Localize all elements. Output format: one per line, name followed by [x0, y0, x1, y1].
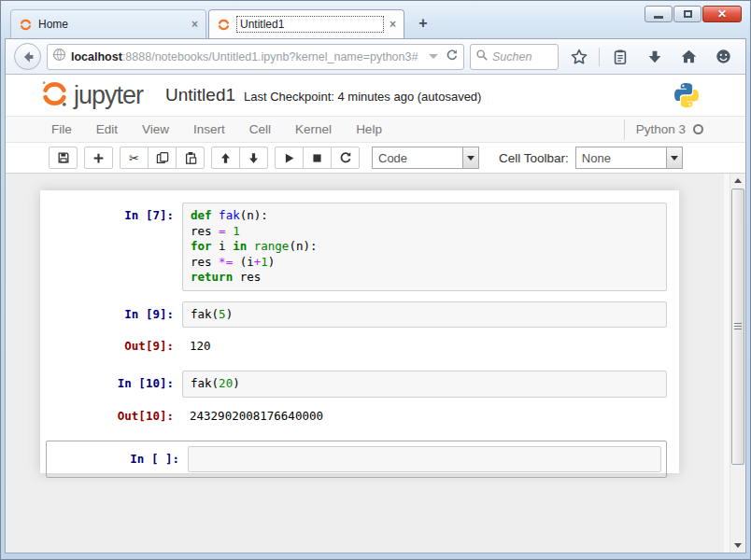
- select-dropdown-button[interactable]: [666, 147, 682, 168]
- interrupt-kernel-button[interactable]: [303, 147, 332, 169]
- output-cell: Out[9]:120: [46, 333, 667, 359]
- copy-cell-button[interactable]: [148, 147, 177, 169]
- menu-item-file[interactable]: File: [39, 117, 84, 142]
- menu-item-insert[interactable]: Insert: [181, 117, 237, 142]
- back-button[interactable]: [14, 43, 41, 70]
- run-cell-button[interactable]: [275, 147, 304, 169]
- url-host: localhost: [71, 50, 122, 63]
- download-arrow-icon: [646, 49, 663, 65]
- floppy-icon: [57, 151, 70, 164]
- plus-icon: [92, 152, 105, 164]
- browser-navbar: localhost:8888/notebooks/Untitled1.ipynb…: [6, 39, 745, 75]
- cell-type-value: Code: [373, 151, 462, 165]
- notebook-area: In [7]:def fak(n): res = 1 for i in rang…: [6, 174, 745, 553]
- input-prompt: In [ ]:: [51, 446, 188, 473]
- cell-toolbar-select[interactable]: None: [575, 147, 683, 169]
- code-input-area[interactable]: fak(5): [182, 301, 667, 329]
- close-button[interactable]: ✕: [702, 6, 742, 22]
- scrollbar-thumb[interactable]: [731, 189, 744, 465]
- tab-close-icon[interactable]: ×: [390, 19, 396, 30]
- search-icon: [475, 49, 489, 65]
- input-prompt: In [9]:: [46, 301, 182, 329]
- scrollbar-down-button[interactable]: [730, 539, 745, 553]
- move-cell-down-button[interactable]: [239, 147, 268, 169]
- menu-items: FileEditViewInsertCellKernelHelp: [39, 117, 394, 142]
- tab-bar: Home × Untitled1 × + ✕: [1, 1, 750, 38]
- hello-chat-button[interactable]: [709, 44, 738, 70]
- code-input-area[interactable]: [188, 446, 661, 473]
- chevron-down-icon: [467, 156, 475, 161]
- jupyter-logo-icon[interactable]: [39, 78, 69, 112]
- arrow-up-icon: [734, 178, 742, 183]
- code-line: res *= (i+1): [191, 255, 659, 271]
- tab-untitled1[interactable]: Untitled1 ×: [208, 9, 404, 38]
- toolbar-button-group: [275, 147, 360, 169]
- menu-item-help[interactable]: Help: [344, 117, 394, 142]
- toolbar-groups: ✂: [49, 147, 360, 169]
- select-dropdown-button[interactable]: [462, 147, 478, 168]
- minimize-button[interactable]: [645, 6, 673, 22]
- tab-close-icon[interactable]: ×: [191, 19, 198, 30]
- search-input[interactable]: [492, 50, 548, 63]
- code-input-area[interactable]: def fak(n): res = 1 for i in range(n): r…: [182, 203, 667, 291]
- notebook-header: jupyter Untitled1 Last Checkpoint: 4 min…: [6, 75, 745, 116]
- minimize-icon: [654, 16, 663, 19]
- star-icon: [570, 48, 588, 66]
- code-input-area[interactable]: fak(20): [182, 371, 667, 398]
- url-dropdown-icon[interactable]: [429, 54, 438, 59]
- code-line: [196, 452, 653, 468]
- code-cell: In [10]:fak(20): [46, 371, 667, 398]
- menu-item-edit[interactable]: Edit: [84, 117, 130, 142]
- output-prompt: Out[10]:: [46, 403, 182, 429]
- kernel-indicator: Python 3: [624, 119, 703, 140]
- jupyter-favicon-icon: [19, 18, 33, 32]
- new-tab-button[interactable]: +: [412, 14, 434, 32]
- back-arrow-icon: [20, 49, 36, 65]
- kernel-idle-icon: [693, 124, 703, 134]
- home-button[interactable]: [674, 44, 703, 70]
- menu-item-kernel[interactable]: Kernel: [283, 117, 344, 142]
- move-cell-up-button[interactable]: [211, 147, 240, 169]
- code-cell: In [7]:def fak(n): res = 1 for i in rang…: [46, 203, 667, 291]
- notebook-menubar: FileEditViewInsertCellKernelHelp Python …: [6, 116, 745, 143]
- code-line: for i in range(n):: [191, 239, 659, 255]
- notebook-title[interactable]: Untitled1: [165, 85, 235, 105]
- globe-icon: [52, 48, 66, 65]
- downloads-button[interactable]: [640, 44, 669, 70]
- bookmarks-menu-button[interactable]: [605, 44, 634, 70]
- notebook-cells: In [7]:def fak(n): res = 1 for i in rang…: [40, 190, 679, 473]
- code-line: fak(5): [191, 307, 659, 323]
- page-scrollbar[interactable]: [730, 174, 745, 553]
- toolbar-button-group: [211, 147, 268, 169]
- refresh-icon: [339, 151, 352, 164]
- stop-icon: [311, 152, 323, 164]
- menu-item-cell[interactable]: Cell: [237, 117, 283, 142]
- cut-cell-button[interactable]: ✂: [120, 147, 149, 169]
- url-bar[interactable]: localhost:8888/notebooks/Untitled1.ipynb…: [47, 44, 464, 70]
- input-prompt: In [10]:: [46, 371, 182, 398]
- search-bar[interactable]: [470, 44, 559, 70]
- tab-home[interactable]: Home ×: [10, 9, 206, 38]
- arrow-down-icon: [248, 152, 260, 164]
- reload-button[interactable]: [446, 49, 459, 65]
- menu-item-view[interactable]: View: [130, 117, 181, 142]
- tab-title-focused[interactable]: Untitled1: [236, 16, 384, 33]
- code-cell: In [9]:fak(5): [46, 301, 667, 329]
- maximize-button[interactable]: [673, 6, 701, 22]
- menu-button[interactable]: [744, 44, 751, 70]
- notebook-toolbar: ✂ Code Cell Toolbar: None: [6, 143, 745, 174]
- smiley-icon: [715, 48, 732, 65]
- cell-type-select[interactable]: Code: [372, 147, 479, 169]
- url-text[interactable]: localhost:8888/notebooks/Untitled1.ipynb…: [71, 50, 421, 63]
- paste-cell-button[interactable]: [176, 147, 205, 169]
- save-button[interactable]: [49, 147, 78, 169]
- toolbar-button-group: [84, 147, 113, 169]
- scrollbar-track[interactable]: [730, 188, 745, 539]
- code-line: return res: [191, 270, 659, 286]
- jupyter-logo-text[interactable]: jupyter: [74, 81, 143, 110]
- scrollbar-up-button[interactable]: [730, 174, 745, 188]
- bookmark-star-button[interactable]: [564, 44, 593, 70]
- restart-kernel-button[interactable]: [331, 147, 360, 169]
- insert-cell-below-button[interactable]: [84, 147, 113, 169]
- paste-icon: [184, 151, 197, 164]
